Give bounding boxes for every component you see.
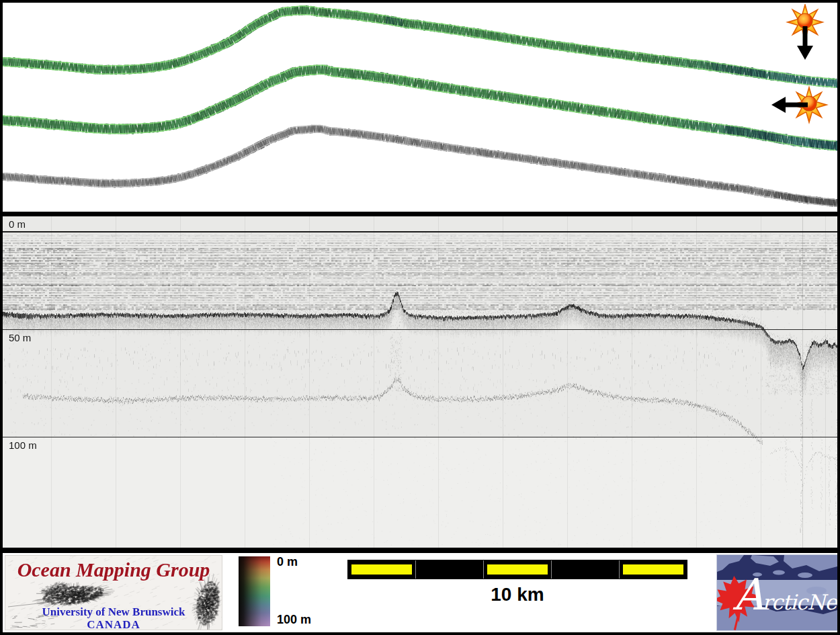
- legend-bar: Ocean Mapping Group University of New Br…: [3, 553, 837, 632]
- depth-colorbar: 0 m 100 m: [235, 555, 323, 630]
- scalebar-yellow-block: [623, 564, 683, 575]
- arcticnet-name: ArcticNet: [733, 570, 837, 630]
- scalebar-label: 10 km: [347, 584, 687, 605]
- scalebar-segment: [483, 560, 551, 579]
- colorbar-bottom-label: 100 m: [277, 613, 311, 627]
- sun-core-icon: [798, 13, 812, 28]
- sunburst-marker-down: [784, 4, 826, 66]
- sunburst-marker-left: [766, 85, 837, 126]
- survey-map-panel: [3, 3, 837, 212]
- omg-university: University of New Brunswick: [5, 605, 222, 619]
- omg-country: CANADA: [5, 618, 222, 630]
- scalebar-segment: [415, 560, 483, 579]
- scalebar-yellow-block: [351, 564, 412, 575]
- omg-title: Ocean Mapping Group: [5, 558, 222, 581]
- scalebar-segment: [348, 560, 415, 579]
- scalebar-yellow-block: [487, 564, 548, 575]
- map-scalebar: 10 km: [347, 560, 687, 605]
- figure-frame: 0 m 50 m 100 m Ocean Mapping Group Unive…: [0, 0, 840, 635]
- echogram-panel: 0 m 50 m 100 m: [3, 216, 837, 548]
- scalebar-segment: [551, 560, 619, 579]
- depth-label-0m: 0 m: [9, 218, 26, 230]
- depth-label-100m: 100 m: [9, 439, 37, 451]
- scalebar-segments: [347, 560, 687, 579]
- arcticnet-logo: ArcticNet: [716, 554, 837, 631]
- swath-tracks-canvas: [3, 3, 837, 212]
- scalebar-segment: [619, 560, 687, 579]
- depth-colorbar-gradient: [239, 556, 270, 626]
- echogram-canvas: [3, 216, 837, 548]
- depth-label-50m: 50 m: [9, 332, 31, 343]
- omg-logo: Ocean Mapping Group University of New Br…: [5, 555, 222, 630]
- colorbar-top-label: 0 m: [277, 555, 298, 569]
